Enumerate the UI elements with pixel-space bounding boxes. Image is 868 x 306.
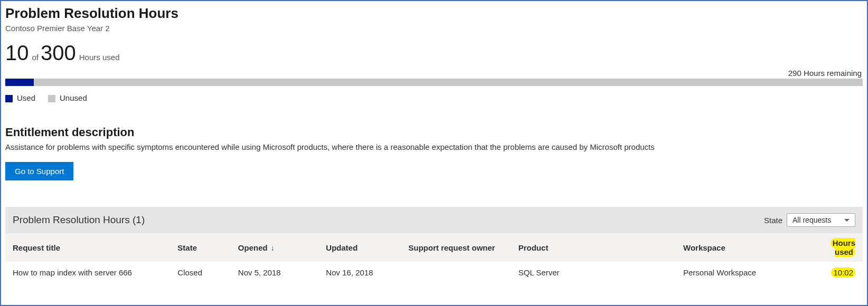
cell-product: SQL Server bbox=[511, 262, 676, 283]
requests-panel-title: Problem Resolution Hours (1) bbox=[13, 214, 145, 226]
hours-of-label: of bbox=[32, 53, 39, 62]
cell-state: Closed bbox=[170, 262, 231, 283]
sort-descending-icon: ↓ bbox=[271, 244, 275, 252]
state-filter-dropdown[interactable]: All requests bbox=[787, 213, 855, 227]
col-state[interactable]: State bbox=[170, 233, 231, 262]
hours-remaining: 290 Hours remaining bbox=[5, 69, 863, 78]
hours-used-suffix: Hours used bbox=[79, 53, 120, 62]
swatch-used-icon bbox=[5, 95, 13, 102]
swatch-unused-icon bbox=[48, 95, 55, 102]
requests-table: Request title State Opened↓ Updated Supp… bbox=[5, 233, 863, 283]
go-to-support-button[interactable]: Go to Support bbox=[5, 162, 73, 180]
col-opened-label: Opened bbox=[238, 243, 268, 252]
cell-hours-used: 10:02 bbox=[808, 262, 863, 283]
col-opened[interactable]: Opened↓ bbox=[231, 233, 319, 262]
col-hours-used[interactable]: Hours used bbox=[808, 233, 863, 262]
chevron-down-icon bbox=[844, 219, 850, 222]
usage-progress-used bbox=[5, 79, 34, 86]
legend-used-label: Used bbox=[17, 93, 35, 102]
page-subtitle: Contoso Premier Base Year 2 bbox=[5, 24, 863, 33]
hours-total-value: 300 bbox=[41, 42, 76, 63]
state-filter: State All requests bbox=[764, 213, 855, 227]
col-owner[interactable]: Support request owner bbox=[401, 233, 511, 262]
col-updated[interactable]: Updated bbox=[318, 233, 401, 262]
requests-panel-header: Problem Resolution Hours (1) State All r… bbox=[5, 207, 863, 233]
legend-unused: Unused bbox=[48, 93, 87, 102]
cell-hours-used-value: 10:02 bbox=[831, 267, 855, 278]
table-row[interactable]: How to map index with server 666 Closed … bbox=[5, 262, 863, 283]
page-title: Problem Resolution Hours bbox=[5, 5, 863, 22]
entitlement-heading: Entitlement description bbox=[5, 126, 863, 139]
table-header-row: Request title State Opened↓ Updated Supp… bbox=[5, 233, 863, 262]
cell-request-title: How to map index with server 666 bbox=[5, 262, 170, 283]
legend-unused-label: Unused bbox=[60, 93, 87, 102]
cell-opened: Nov 5, 2018 bbox=[231, 262, 319, 283]
usage-legend: Used Unused bbox=[5, 93, 863, 102]
page-frame: Problem Resolution Hours Contoso Premier… bbox=[0, 0, 868, 306]
col-hours-used-label: Hours used bbox=[831, 238, 855, 257]
cell-workspace: Personal Workspace bbox=[676, 262, 808, 283]
col-request-title[interactable]: Request title bbox=[5, 233, 170, 262]
hours-used-summary: 10 of 300 Hours used bbox=[5, 42, 863, 63]
state-filter-label: State bbox=[764, 216, 782, 225]
col-product[interactable]: Product bbox=[511, 233, 676, 262]
cell-updated: Nov 16, 2018 bbox=[318, 262, 401, 283]
requests-panel: Problem Resolution Hours (1) State All r… bbox=[5, 207, 863, 283]
col-workspace[interactable]: Workspace bbox=[676, 233, 808, 262]
state-filter-value: All requests bbox=[792, 216, 831, 224]
legend-used: Used bbox=[5, 93, 35, 102]
entitlement-text: Assistance for problems with specific sy… bbox=[5, 142, 863, 151]
hours-used-value: 10 bbox=[5, 42, 29, 63]
cell-owner bbox=[401, 262, 511, 283]
usage-progress-bar bbox=[5, 79, 863, 86]
